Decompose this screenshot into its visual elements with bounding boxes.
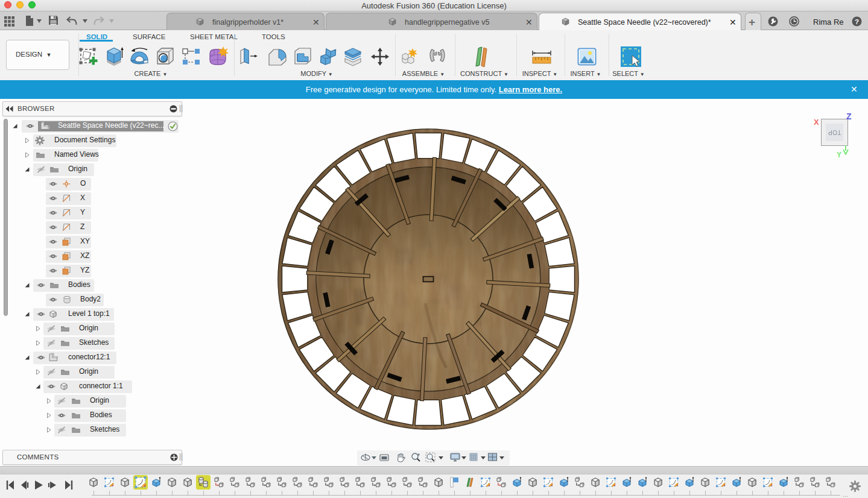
svg-text:?: ? [855,18,859,25]
